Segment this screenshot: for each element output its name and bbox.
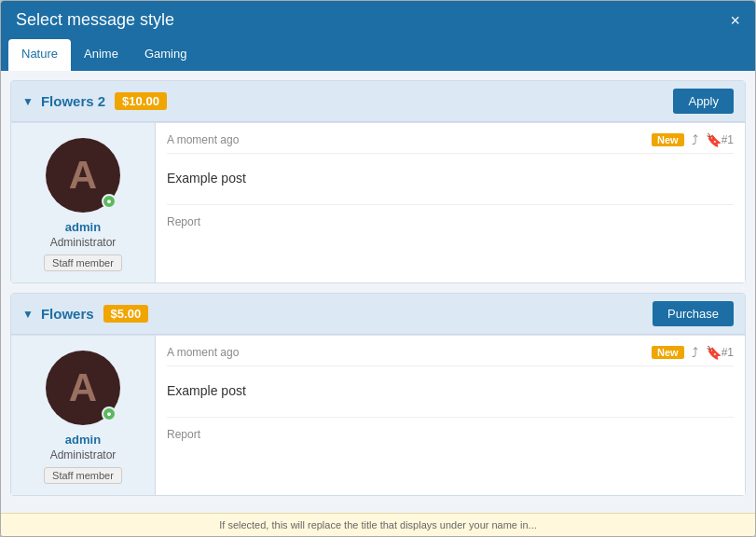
new-badge-flowers: New [652, 346, 684, 359]
modal-title: Select message style [16, 10, 174, 30]
post-footer-flowers2: Report [167, 204, 734, 228]
post-content-flowers2: A moment ago New 🔖 #1 Example post Repor… [156, 123, 745, 282]
avatar-flowers2: A ● [46, 138, 120, 213]
style-header-flowers2: ▼ Flowers 2 $10.00 Apply [11, 81, 745, 122]
tab-nature[interactable]: Nature [8, 39, 71, 71]
style-section-flowers: ▼ Flowers $5.00 Purchase A ● admin Admin… [10, 293, 746, 496]
user-role-flowers2: Administrator [50, 236, 117, 249]
report-link-flowers2[interactable]: Report [167, 215, 200, 228]
avatar-flowers: A ● [46, 351, 120, 425]
post-meta-flowers2: A moment ago New 🔖 #1 [167, 132, 734, 154]
chevron-down-icon[interactable]: ▼ [22, 95, 34, 108]
staff-badge-flowers: Staff member [44, 467, 122, 484]
user-panel-flowers2: A ● admin Administrator Staff member [11, 123, 156, 282]
tab-bar: Nature Anime Gaming [1, 39, 755, 71]
share-icon-flowers[interactable] [692, 345, 698, 360]
post-icons-flowers: 🔖 [692, 345, 722, 360]
style-section-flowers2: ▼ Flowers 2 $10.00 Apply A ● admin Admin… [10, 80, 746, 283]
tab-gaming[interactable]: Gaming [131, 39, 200, 71]
price-tag-flowers2: $10.00 [115, 92, 167, 110]
post-text-flowers2: Example post [167, 161, 734, 195]
close-button[interactable]: × [730, 12, 740, 29]
post-number-flowers2: #1 [722, 133, 734, 146]
user-panel-flowers: A ● admin Administrator Staff member [11, 336, 156, 495]
user-role-flowers: Administrator [50, 448, 117, 461]
chevron-down-icon-flowers[interactable]: ▼ [22, 308, 34, 321]
style-header-flowers: ▼ Flowers $5.00 Purchase [11, 294, 745, 335]
modal-header: Select message style × [1, 1, 755, 39]
post-preview-flowers2: A ● admin Administrator Staff member A m… [11, 122, 745, 282]
purchase-button-flowers[interactable]: Purchase [653, 301, 734, 326]
tab-anime[interactable]: Anime [71, 39, 131, 71]
bookmark-icon-flowers2[interactable]: 🔖 [706, 132, 722, 147]
post-time-flowers2: A moment ago [167, 133, 652, 146]
online-badge-flowers: ● [102, 406, 117, 421]
post-number-flowers: #1 [722, 346, 734, 359]
select-message-style-modal: Select message style × Nature Anime Gami… [0, 0, 756, 537]
post-time-flowers: A moment ago [167, 346, 652, 359]
post-preview-flowers: A ● admin Administrator Staff member A m… [11, 335, 745, 495]
new-badge-flowers2: New [652, 133, 684, 146]
price-tag-flowers: $5.00 [103, 305, 149, 323]
post-meta-flowers: A moment ago New 🔖 #1 [167, 345, 734, 366]
post-content-flowers: A moment ago New 🔖 #1 Example post Repor… [156, 336, 745, 495]
style-name-flowers2: Flowers 2 [41, 93, 105, 109]
staff-badge-flowers2: Staff member [44, 255, 122, 271]
post-footer-flowers: Report [167, 417, 734, 441]
online-badge-flowers2: ● [102, 194, 117, 209]
username-flowers: admin [65, 433, 101, 447]
apply-button-flowers2[interactable]: Apply [673, 89, 734, 114]
modal-body: ▼ Flowers 2 $10.00 Apply A ● admin Admin… [1, 71, 755, 513]
post-icons-flowers2: 🔖 [692, 132, 722, 147]
style-action-flowers2: Apply [673, 89, 734, 114]
post-text-flowers: Example post [167, 374, 734, 407]
style-action-flowers: Purchase [653, 301, 734, 326]
report-link-flowers[interactable]: Report [167, 428, 200, 441]
style-name-flowers: Flowers [41, 306, 94, 322]
bookmark-icon-flowers[interactable]: 🔖 [706, 345, 722, 360]
username-flowers2: admin [65, 220, 101, 234]
share-icon-flowers2[interactable] [692, 132, 698, 147]
footer-note: If selected, this will replace the title… [1, 513, 755, 536]
